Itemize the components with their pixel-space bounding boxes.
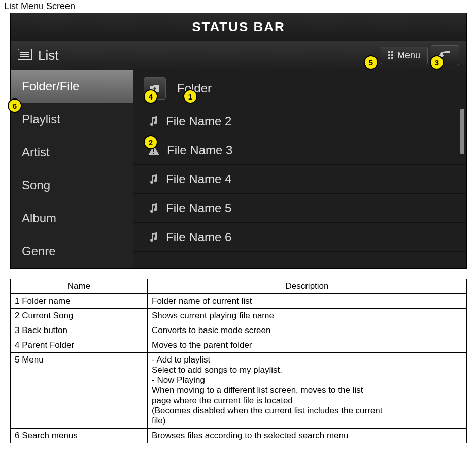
- menu-dots-icon: [388, 51, 393, 59]
- file-row[interactable]: File Name 5: [133, 194, 466, 223]
- table-cell-desc: Browses files according to th selected s…: [148, 429, 467, 443]
- file-row[interactable]: File Name 3: [133, 136, 466, 165]
- music-note-icon: [148, 116, 159, 127]
- file-row[interactable]: File Name 4: [133, 165, 466, 194]
- header-bar: List Menu: [11, 41, 466, 70]
- file-name-label: File Name 4: [166, 172, 231, 186]
- table-cell-name: 1 Folder name: [11, 294, 148, 309]
- page-title: List Menu Screen: [0, 0, 476, 13]
- table-head-name: Name: [11, 279, 148, 294]
- description-table: Name Description 1 Folder nameFolder nam…: [10, 279, 467, 443]
- table-cell-desc: Folder name of current list: [148, 294, 467, 309]
- table-row: 4 Parent FolderMoves to the parent folde…: [11, 338, 467, 353]
- file-name-label: File Name 5: [166, 201, 231, 215]
- sidebar-item-genre[interactable]: Genre: [11, 235, 133, 268]
- table-cell-name: 3 Back button: [11, 323, 148, 338]
- table-row: 2 Current SongShows current playing file…: [11, 309, 467, 323]
- callout-1: 1: [183, 89, 197, 104]
- music-note-icon: [148, 203, 159, 214]
- svg-rect-4: [153, 149, 154, 152]
- table-cell-desc: Moves to the parent folder: [148, 338, 467, 353]
- file-list-area: Folder File Name 2File Name 3File Name 4…: [133, 70, 466, 268]
- table-cell-name: 6 Search menus: [11, 429, 148, 443]
- device-screenshot: STATUS BAR List Menu: [10, 13, 467, 269]
- callout-6: 6: [8, 98, 22, 113]
- folder-header-row[interactable]: Folder: [133, 70, 466, 107]
- table-cell-name: 5 Menu: [11, 353, 148, 429]
- search-menu-sidebar: Folder/FilePlaylistArtistSongAlbumGenre: [11, 70, 133, 268]
- sidebar-item-song[interactable]: Song: [11, 169, 133, 202]
- scrollbar[interactable]: [460, 109, 464, 264]
- scrollbar-thumb[interactable]: [460, 109, 464, 154]
- file-row[interactable]: File Name 6: [133, 223, 466, 252]
- table-cell-desc: - Add to playlistSelect to add songs to …: [148, 353, 467, 429]
- table-row: 5 Menu- Add to playlistSelect to add son…: [11, 353, 467, 429]
- table-cell-name: 2 Current Song: [11, 309, 148, 323]
- sidebar-item-album[interactable]: Album: [11, 202, 133, 235]
- status-bar: STATUS BAR: [11, 13, 466, 41]
- table-row: 3 Back buttonConverts to basic mode scre…: [11, 323, 467, 338]
- sidebar-item-playlist[interactable]: Playlist: [11, 103, 133, 136]
- callout-3: 3: [430, 55, 444, 70]
- file-name-label: File Name 6: [166, 230, 231, 244]
- file-row[interactable]: File Name 2: [133, 107, 466, 136]
- sidebar-item-artist[interactable]: Artist: [11, 136, 133, 169]
- file-name-label: File Name 2: [166, 114, 231, 128]
- menu-button[interactable]: Menu: [381, 47, 428, 64]
- callout-5: 5: [364, 55, 378, 70]
- list-header-label: List: [38, 48, 58, 63]
- callout-4: 4: [144, 89, 158, 104]
- file-name-label: File Name 3: [167, 143, 232, 157]
- menu-button-label: Menu: [397, 50, 420, 61]
- table-row: 1 Folder nameFolder name of current list: [11, 294, 467, 309]
- sidebar-item-folder-file[interactable]: Folder/File: [11, 70, 133, 103]
- list-icon: [18, 49, 32, 62]
- music-note-icon: [148, 232, 159, 243]
- table-head-desc: Description: [148, 279, 467, 294]
- svg-rect-5: [153, 153, 154, 154]
- callout-2: 2: [144, 135, 158, 149]
- table-cell-name: 4 Parent Folder: [11, 338, 148, 353]
- table-cell-desc: Converts to basic mode screen: [148, 323, 467, 338]
- table-row: 6 Search menusBrowses files according to…: [11, 429, 467, 443]
- table-cell-desc: Shows current playing file name: [148, 309, 467, 323]
- music-note-icon: [148, 174, 159, 185]
